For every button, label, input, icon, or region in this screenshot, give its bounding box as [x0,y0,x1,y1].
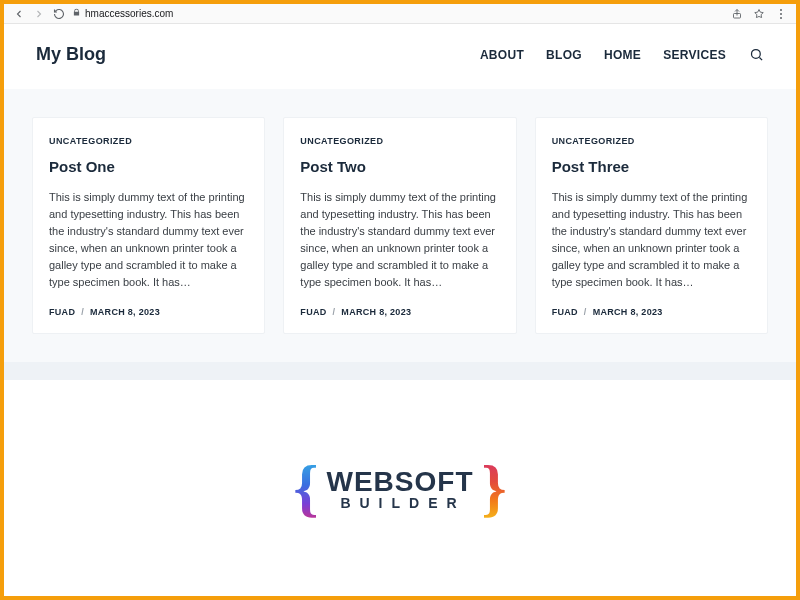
site-title[interactable]: My Blog [36,44,106,65]
logo-line1: WEBSOFT [327,466,474,498]
post-author[interactable]: FUAD [49,307,75,317]
nav-home[interactable]: HOME [604,48,641,62]
kebab-menu-icon[interactable] [774,7,788,21]
brace-left-icon: { [293,456,318,520]
post-excerpt: This is simply dummy text of the printin… [300,189,499,291]
nav-about[interactable]: ABOUT [480,48,524,62]
post-category[interactable]: UNCATEGORIZED [300,136,499,146]
meta-separator: / [333,307,336,317]
posts-grid: UNCATEGORIZED Post One This is simply du… [32,117,768,334]
lock-icon [72,8,81,19]
chrome-right-controls [730,7,788,21]
footer: { WEBSOFT BUILDER } [4,380,796,596]
meta-separator: / [584,307,587,317]
bookmark-star-icon[interactable] [752,7,766,21]
post-title-link[interactable]: Post Two [300,158,499,175]
brace-right-icon: } [482,456,507,520]
websoft-builder-logo: { WEBSOFT BUILDER } [293,456,506,520]
post-category[interactable]: UNCATEGORIZED [552,136,751,146]
post-meta: FUAD / MARCH 8, 2023 [552,307,751,317]
post-date[interactable]: MARCH 8, 2023 [90,307,160,317]
post-title-link[interactable]: Post Three [552,158,751,175]
site-header: My Blog ABOUT BLOG HOME SERVICES [4,24,796,89]
post-meta: FUAD / MARCH 8, 2023 [300,307,499,317]
post-card: UNCATEGORIZED Post Two This is simply du… [283,117,516,334]
meta-separator: / [81,307,84,317]
forward-icon[interactable] [32,7,46,21]
app-frame: hmaccessories.com My Blog ABOUT BLOG HOM… [0,0,800,600]
search-icon[interactable] [748,47,764,63]
divider-band [4,362,796,380]
post-date[interactable]: MARCH 8, 2023 [341,307,411,317]
primary-nav: ABOUT BLOG HOME SERVICES [480,47,764,63]
share-icon[interactable] [730,7,744,21]
url-host: hmaccessories.com [85,8,173,19]
svg-point-1 [751,50,760,59]
post-excerpt: This is simply dummy text of the printin… [49,189,248,291]
post-excerpt: This is simply dummy text of the printin… [552,189,751,291]
logo-line2: BUILDER [340,495,465,511]
post-title-link[interactable]: Post One [49,158,248,175]
nav-blog[interactable]: BLOG [546,48,582,62]
post-meta: FUAD / MARCH 8, 2023 [49,307,248,317]
post-category[interactable]: UNCATEGORIZED [49,136,248,146]
posts-section: UNCATEGORIZED Post One This is simply du… [4,89,796,362]
back-icon[interactable] [12,7,26,21]
page: My Blog ABOUT BLOG HOME SERVICES UNCATEG… [4,24,796,596]
post-author[interactable]: FUAD [300,307,326,317]
nav-services[interactable]: SERVICES [663,48,726,62]
post-card: UNCATEGORIZED Post One This is simply du… [32,117,265,334]
browser-chrome: hmaccessories.com [4,4,796,24]
post-date[interactable]: MARCH 8, 2023 [593,307,663,317]
post-author[interactable]: FUAD [552,307,578,317]
address-bar[interactable]: hmaccessories.com [72,8,724,19]
logo-text: WEBSOFT BUILDER [325,466,476,511]
post-card: UNCATEGORIZED Post Three This is simply … [535,117,768,334]
reload-icon[interactable] [52,7,66,21]
